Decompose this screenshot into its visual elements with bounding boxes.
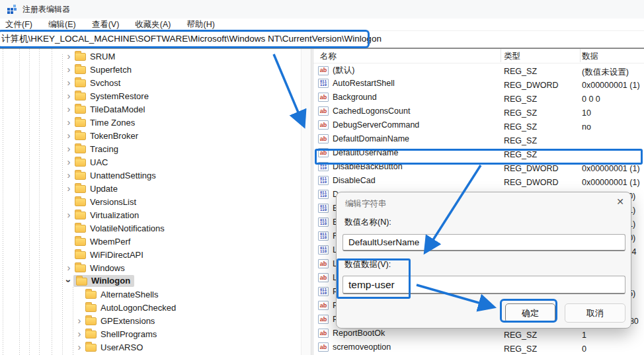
folder-icon: [75, 238, 86, 246]
tree-item-autologonchecked[interactable]: AutoLogonChecked: [0, 301, 301, 314]
column-separator[interactable]: [501, 49, 501, 62]
header-underline: [313, 63, 644, 63]
chevron-right-icon[interactable]: ›: [64, 104, 73, 114]
value-type: REG_DWORD: [504, 81, 559, 90]
value-row-disablecad[interactable]: 011110DisableCadREG_DWORD0x00000001 (1): [313, 175, 644, 189]
tree-item-tokenbroker[interactable]: ›TokenBroker: [0, 129, 301, 142]
value-type: REG_SZ: [504, 136, 537, 145]
tree-item-svchost[interactable]: ›Svchost: [0, 76, 301, 89]
chevron-right-icon[interactable]: ›: [64, 184, 73, 193]
value-type: REG_SZ: [504, 331, 537, 340]
chevron-right-icon[interactable]: ›: [64, 91, 73, 100]
string-value-icon: ab: [318, 301, 329, 310]
tree-item-uac[interactable]: ›UAC: [0, 155, 301, 169]
tree-item-shellprograms[interactable]: ›ShellPrograms: [0, 327, 301, 340]
tree-item-tiledatamodel[interactable]: ›TileDataModel: [0, 102, 301, 116]
chevron-right-icon[interactable]: ›: [64, 118, 73, 127]
value-row-debugservercommand[interactable]: abDebugServerCommandREG_SZno: [313, 120, 644, 134]
value-row-defaultusername[interactable]: abDefaultUserNameREG_SZ: [313, 147, 644, 161]
ok-button[interactable]: 确定: [505, 303, 555, 323]
tree-item-time zones[interactable]: ›Time Zones: [0, 116, 301, 129]
tree-item-tracing[interactable]: ›Tracing: [0, 142, 301, 155]
tree-item-label: Windows: [90, 263, 125, 273]
value-row-scremoveoption[interactable]: abscremoveoptionREG_SZ0: [313, 342, 644, 355]
value-data: no: [582, 122, 591, 132]
tree-item-systemrestore[interactable]: ›SystemRestore: [0, 89, 301, 102]
value-row-(默认)[interactable]: ab(默认)REG_SZ(数值未设置): [313, 64, 644, 78]
folder-icon: [75, 93, 86, 100]
chevron-right-icon[interactable]: ›: [64, 144, 73, 153]
value-name: DefaultDomainName: [333, 134, 409, 143]
menu-view[interactable]: 查看(V): [92, 19, 120, 30]
column-header-type[interactable]: 类型: [504, 51, 520, 62]
chevron-right-icon[interactable]: ›: [64, 52, 73, 61]
tree-item-label: Tracing: [90, 144, 118, 154]
tree-vertical-scrollbar[interactable]: [301, 49, 311, 355]
tree-item-label: SystemRestore: [90, 91, 149, 101]
value-row-background[interactable]: abBackgroundREG_SZ0 0 0: [313, 92, 644, 106]
chevron-right-icon[interactable]: ›: [64, 263, 73, 272]
value-row-autorestartshell[interactable]: 011110AutoRestartShellREG_DWORD0x0000000…: [313, 78, 644, 92]
tree-item-versionslist[interactable]: VersionsList: [0, 195, 301, 208]
string-value-icon: ab: [318, 134, 329, 143]
value-type: REG_SZ: [504, 108, 537, 118]
close-icon[interactable]: ✕: [613, 196, 627, 207]
tree-item-superfetch[interactable]: ›Superfetch: [0, 63, 301, 76]
tree-item-windows[interactable]: ›Windows: [0, 261, 301, 274]
tree-item-gpextensions[interactable]: ›GPExtensions: [0, 314, 301, 327]
tree-item-label: SRUM: [90, 52, 115, 61]
folder-icon: [75, 106, 86, 114]
column-header-name[interactable]: 名称: [320, 51, 337, 62]
value-data-input[interactable]: [342, 276, 625, 294]
menu-favorites[interactable]: 收藏夹(A): [135, 19, 171, 30]
cancel-button[interactable]: 取消: [565, 303, 625, 323]
value-row-reportbootok[interactable]: abReportBootOkREG_SZ1: [313, 328, 644, 342]
value-type: REG_DWORD: [504, 178, 559, 187]
value-row-disablebackbutton[interactable]: 011110DisableBackButtonREG_DWORD0x000000…: [313, 161, 644, 175]
tree-item-winlogon[interactable]: ›Winlogon: [0, 274, 301, 288]
menu-file[interactable]: 文件(F): [5, 19, 32, 30]
menu-edit[interactable]: 编辑(E): [48, 19, 76, 30]
chevron-right-icon[interactable]: ›: [75, 316, 84, 325]
string-value-icon: ab: [318, 315, 329, 324]
string-value-icon: ab: [318, 120, 329, 130]
value-type: REG_SZ: [504, 344, 537, 354]
tree-item-label: UserARSO: [101, 342, 143, 352]
tree-item-label: GPExtensions: [101, 316, 155, 326]
value-name: (默认): [333, 65, 354, 76]
tree-item-wifidirectapi[interactable]: WiFiDirectAPI: [0, 248, 301, 261]
dword-value-icon: 011110: [318, 287, 329, 296]
chevron-right-icon[interactable]: ›: [64, 65, 73, 74]
value-row-cachedlogonscount[interactable]: abCachedLogonsCountREG_SZ10: [313, 106, 644, 120]
chevron-right-icon[interactable]: ›: [64, 171, 73, 180]
menu-help[interactable]: 帮助(H): [186, 19, 214, 30]
tree-item-volatilenotifications[interactable]: VolatileNotifications: [0, 221, 301, 235]
value-name: scremoveoption: [333, 342, 391, 352]
value-type: REG_DWORD: [504, 164, 559, 173]
tree-item-userarso[interactable]: ›UserARSO: [0, 340, 301, 354]
column-separator[interactable]: [580, 49, 581, 62]
tree-item-wbemperf[interactable]: WbemPerf: [0, 235, 301, 248]
tree-item-label: Virtualization: [90, 210, 139, 220]
tree-item-unattendsettings[interactable]: ›UnattendSettings: [0, 169, 301, 182]
chevron-right-icon[interactable]: ›: [75, 342, 84, 352]
value-row-defaultdomainname[interactable]: abDefaultDomainNameREG_SZ: [313, 134, 644, 147]
tree-item-update[interactable]: ›Update: [0, 182, 301, 195]
tree-item-label: AutoLogonChecked: [101, 303, 176, 313]
chevron-down-icon[interactable]: ›: [64, 276, 73, 286]
chevron-right-icon[interactable]: ›: [64, 78, 73, 87]
chevron-right-icon[interactable]: ›: [75, 329, 84, 338]
chevron-right-icon[interactable]: ›: [64, 131, 73, 140]
tree-item-alternateshells[interactable]: AlternateShells: [0, 288, 301, 301]
folder-icon: [75, 132, 86, 140]
dword-value-icon: 011110: [318, 79, 329, 88]
menu-bar: 文件(F) 编辑(E) 查看(V) 收藏夹(A) 帮助(H): [0, 19, 644, 31]
tree-item-label: Svchost: [90, 78, 120, 88]
tree-item-virtualization[interactable]: ›Virtualization: [0, 208, 301, 221]
column-header-data[interactable]: 数据: [582, 51, 598, 62]
chevron-right-icon[interactable]: ›: [64, 210, 73, 219]
value-name-input[interactable]: [342, 234, 625, 251]
address-input[interactable]: [1, 32, 636, 46]
tree-item-srum[interactable]: ›SRUM: [0, 50, 301, 63]
chevron-right-icon[interactable]: ›: [64, 157, 73, 167]
